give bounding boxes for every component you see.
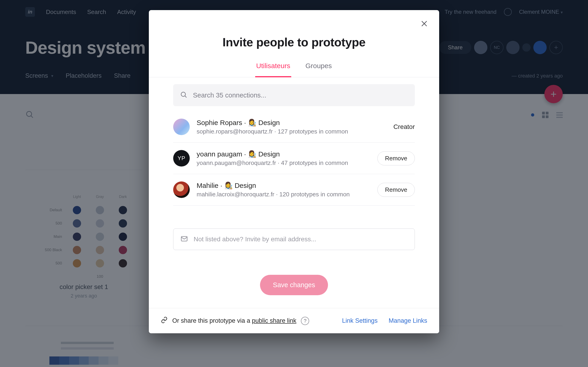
- person-meta: yoann.paugam@horoquartz.fr · 47 prototyp…: [197, 159, 371, 167]
- close-button[interactable]: [421, 20, 428, 28]
- search-connections-field[interactable]: [173, 84, 415, 106]
- save-changes-button[interactable]: Save changes: [260, 275, 328, 295]
- remove-button[interactable]: Remove: [377, 151, 415, 165]
- tab-groups[interactable]: Groupes: [304, 62, 333, 77]
- link-icon: [161, 317, 168, 325]
- avatar: YP: [173, 150, 190, 167]
- person-name: yoann paugam · 👩‍🎨 Design: [197, 150, 371, 158]
- search-connections-input[interactable]: [192, 91, 408, 99]
- invite-by-email-field[interactable]: [173, 228, 415, 250]
- public-share-link[interactable]: public share link: [252, 317, 296, 324]
- person-name: Mahilie · 👩‍🎨 Design: [197, 181, 371, 190]
- svg-line-5: [185, 96, 187, 98]
- manage-links-link[interactable]: Manage Links: [389, 317, 427, 324]
- modal-title: Invite people to prototype: [149, 35, 439, 49]
- person-meta: mahilie.lacroix@horoquartz.fr · 120 prot…: [197, 191, 371, 198]
- link-settings-link[interactable]: Link Settings: [342, 317, 378, 324]
- people-list: Sophie Ropars · 👩‍🎨 Design sophie.ropars…: [173, 109, 415, 206]
- avatar: [173, 181, 190, 198]
- avatar: [173, 119, 190, 135]
- remove-button[interactable]: Remove: [377, 183, 415, 197]
- search-icon: [180, 91, 187, 99]
- person-meta: sophie.ropars@horoquartz.fr · 127 protot…: [197, 128, 387, 135]
- invite-email-input[interactable]: [193, 235, 408, 243]
- person-row: Mahilie · 👩‍🎨 Design mahilie.lacroix@hor…: [173, 174, 415, 206]
- role-creator: Creator: [393, 123, 415, 131]
- modal-tabs: Utilisateurs Groupes: [149, 62, 439, 77]
- footer-text: Or share this prototype via a public sha…: [172, 317, 296, 324]
- svg-point-4: [181, 92, 186, 97]
- person-row: YP yoann paugam · 👩‍🎨 Design yoann.pauga…: [173, 143, 415, 174]
- modal-footer: Or share this prototype via a public sha…: [149, 308, 439, 333]
- tab-users[interactable]: Utilisateurs: [255, 62, 291, 77]
- person-name: Sophie Ropars · 👩‍🎨 Design: [197, 119, 387, 127]
- person-row: Sophie Ropars · 👩‍🎨 Design sophie.ropars…: [173, 109, 415, 143]
- mail-icon: [180, 235, 188, 244]
- help-icon[interactable]: ?: [301, 317, 309, 325]
- invite-modal: Invite people to prototype Utilisateurs …: [149, 10, 439, 333]
